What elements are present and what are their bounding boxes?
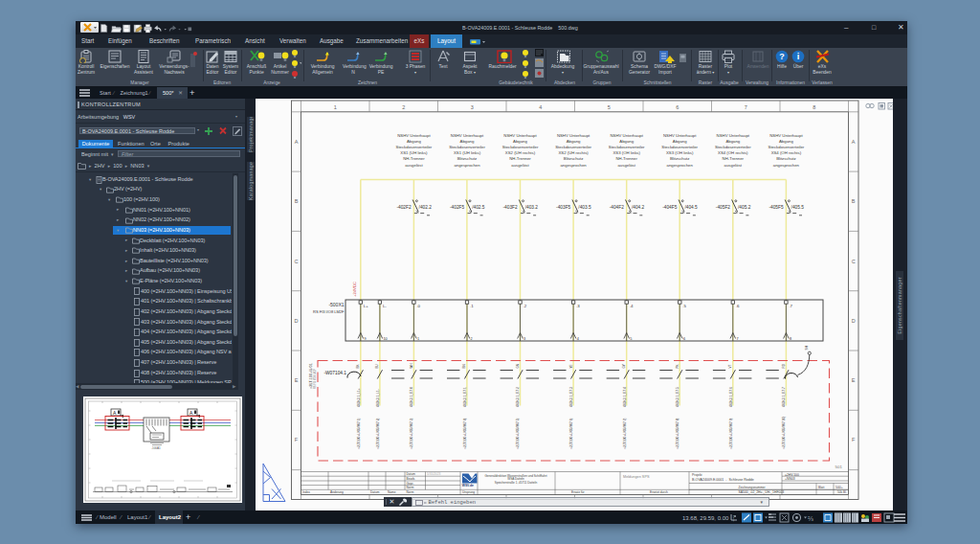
svg-text:=2LT.100+U/05/907 5|: =2LT.100+U/05/907 5| <box>516 419 520 449</box>
svg-text:Speicherstraße 1, 45711 Dattel: Speicherstraße 1, 45711 Datteln <box>495 481 538 485</box>
svg-text:ausgelöst: ausgelöst <box>724 163 743 168</box>
svg-text:443K3.1_E7.7: 443K3.1_E7.7 <box>782 387 786 407</box>
svg-text:Steckdosenverteiler: Steckdosenverteiler <box>449 145 485 149</box>
svg-text:3: 3 <box>523 337 525 341</box>
svg-text:⅔: ⅔ <box>808 515 813 522</box>
svg-text:-403F2: -403F2 <box>502 205 518 210</box>
svg-text:YE: YE <box>569 364 573 368</box>
svg-text:-W07104.1: -W07104.1 <box>324 371 347 375</box>
svg-text:Blitzschutz: Blitzschutz <box>457 156 478 161</box>
svg-text:443K3.1_E7.6: 443K3.1_E7.6 <box>729 387 733 407</box>
svg-text:NH-Trenner: NH-Trenner <box>615 156 637 161</box>
svg-text:10: 10 <box>384 337 388 341</box>
svg-text:Abgang: Abgang <box>725 139 740 144</box>
svg-text:?: ? <box>779 52 785 61</box>
svg-text:L-: L- <box>383 304 387 308</box>
svg-text:Steckdosenverteiler: Steckdosenverteiler <box>396 145 433 149</box>
svg-text:50k Bl.: 50k Bl. <box>837 490 847 494</box>
svg-text:XS1 (UH links): XS1 (UH links) <box>400 150 428 155</box>
svg-text:XS3 (OH links): XS3 (OH links) <box>612 150 640 155</box>
svg-text:=2LT.100+U/05/907 8|: =2LT.100+U/05/907 8| <box>676 419 679 449</box>
svg-text:-403F5: -403F5 <box>556 205 571 210</box>
svg-text:BK: BK <box>356 364 360 368</box>
svg-text:BN: BN <box>462 364 466 368</box>
svg-text:-405F2: -405F2 <box>716 205 731 210</box>
svg-text:=2LT.100+U/05/907 1|: =2LT.100+U/05/907 1| <box>357 419 361 449</box>
svg-text:6: 6 <box>676 104 679 110</box>
svg-text:-404F2: -404F2 <box>610 205 625 210</box>
svg-text:B-OVA24009.E.0001 - Schleuse: B-OVA24009.E.0001 - Schleuse Rodde <box>692 478 754 482</box>
svg-text:Steckdosenverteiler: Steckdosenverteiler <box>715 145 751 149</box>
svg-text:501: 501 <box>835 465 843 469</box>
svg-text:/405.5: /405.5 <box>791 205 805 210</box>
svg-text:WH: WH <box>410 364 413 369</box>
svg-text:Ursprung: Ursprung <box>462 490 475 494</box>
svg-text:Abgang: Abgang <box>619 139 634 144</box>
svg-text:.0: .0 <box>416 304 420 308</box>
svg-text:BU: BU <box>375 364 379 368</box>
svg-text:443K3.1_E7.0: 443K3.1_E7.0 <box>410 387 413 407</box>
svg-text:F: F <box>852 437 856 442</box>
svg-text:GY: GY <box>622 364 626 368</box>
svg-text:NH-Trenner: NH-Trenner <box>509 156 531 161</box>
svg-text:Datum: Datum <box>370 490 380 494</box>
svg-text:/402.2: /402.2 <box>419 205 433 210</box>
svg-text:.4: .4 <box>630 304 634 308</box>
svg-text:C: C <box>852 259 856 264</box>
svg-text:Steckdosenverteiler: Steckdosenverteiler <box>609 145 645 149</box>
svg-text:RD: RD <box>782 363 786 368</box>
svg-text:5/31/2023: 5/31/2023 <box>427 472 440 476</box>
svg-text:=2LT.100+U/05/907 4|: =2LT.100+U/05/907 4| <box>463 419 467 449</box>
svg-text:E: E <box>852 377 856 383</box>
svg-text:angesprochen: angesprochen <box>560 163 587 168</box>
svg-text:/402.5: /402.5 <box>472 205 485 210</box>
svg-text:Norm: Norm <box>407 490 414 494</box>
svg-text:C: C <box>295 259 299 264</box>
svg-text:Abgang: Abgang <box>407 139 421 144</box>
svg-text:5: 5 <box>630 337 632 341</box>
svg-text:RS FI3 I/O8 LM2F: RS FI3 I/O8 LM2F <box>313 309 345 314</box>
svg-text:1: 1 <box>334 104 337 110</box>
svg-text:8: 8 <box>813 104 815 110</box>
svg-text:Änderung: Änderung <box>330 490 344 494</box>
svg-text:E: E <box>295 377 299 383</box>
svg-text:Abgang: Abgang <box>779 139 793 144</box>
svg-text:WSV.de: WSV.de <box>462 484 474 487</box>
svg-text:-402F5: -402F5 <box>450 205 465 210</box>
svg-text:PK: PK <box>676 364 679 368</box>
svg-text:GN: GN <box>516 364 520 369</box>
svg-text:443K3.1_E7.3: 443K3.1_E7.3 <box>569 387 573 407</box>
svg-text:8: 8 <box>790 337 791 341</box>
svg-text:Name: Name <box>388 490 396 494</box>
svg-text:Steckdosenverteiler: Steckdosenverteiler <box>555 145 591 149</box>
svg-text:2: 2 <box>402 104 405 110</box>
svg-text:VT: VT <box>728 364 732 368</box>
svg-text:-405F5: -405F5 <box>768 205 784 210</box>
svg-text:2: 2 <box>471 337 473 341</box>
svg-text:NSHV Unterhaupt: NSHV Unterhaupt <box>451 133 484 138</box>
svg-text:1: 1 <box>417 337 419 341</box>
svg-text:Steckdosenverteiler: Steckdosenverteiler <box>502 145 539 149</box>
svg-text:.5: .5 <box>682 304 686 308</box>
svg-text:A: A <box>852 139 856 145</box>
svg-text:4: 4 <box>539 104 542 110</box>
svg-text:NH-Trenner: NH-Trenner <box>723 156 745 161</box>
svg-text:Blitzschutz: Blitzschutz <box>670 156 690 161</box>
svg-text:NSHV Unterhaupt: NSHV Unterhaupt <box>503 133 537 138</box>
svg-text:NSHV Unterhaupt: NSHV Unterhaupt <box>610 133 643 138</box>
svg-text:Datum: Datum <box>407 472 416 476</box>
svg-text:.3: .3 <box>576 304 580 308</box>
svg-text:-500X1: -500X1 <box>328 302 344 307</box>
svg-text:XS4 (OH rechts): XS4 (OH rechts) <box>718 150 748 155</box>
svg-text:.2: .2 <box>523 304 527 308</box>
svg-text:D: D <box>295 318 299 324</box>
svg-text:Projekt: Projekt <box>692 473 702 477</box>
svg-text:500+: 500+ <box>835 486 843 489</box>
svg-text:XS4 (OH rechts): XS4 (OH rechts) <box>771 150 802 155</box>
svg-text:443K3.1_L1-: 443K3.1_L1- <box>376 389 380 407</box>
svg-text:443K3.1_E7.4: 443K3.1_E7.4 <box>623 387 627 407</box>
svg-text:Abgang: Abgang <box>460 139 475 144</box>
svg-text:3: 3 <box>471 104 474 110</box>
svg-text:4: 4 <box>577 337 579 341</box>
svg-text:.1: .1 <box>470 304 474 308</box>
